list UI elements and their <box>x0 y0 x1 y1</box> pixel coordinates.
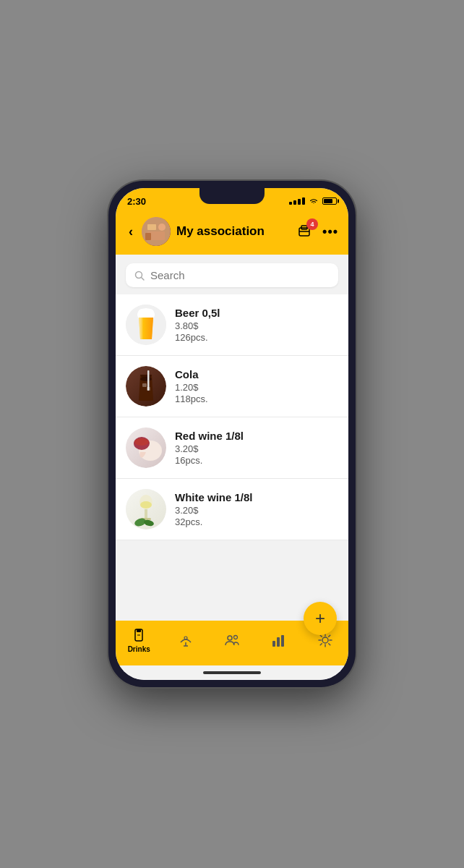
page-title: My association <box>176 224 289 239</box>
stats-icon <box>270 632 286 648</box>
item-info-cola: Cola 1.20$ 118pcs. <box>175 368 338 404</box>
item-qty: 32pcs. <box>175 516 338 527</box>
svg-rect-15 <box>142 383 147 387</box>
home-bar <box>203 671 261 674</box>
item-price: 3.20$ <box>175 505 338 516</box>
header-actions: 4 ••• <box>295 221 338 242</box>
search-icon <box>134 271 145 281</box>
svg-point-23 <box>140 501 152 509</box>
item-qty: 16pcs. <box>175 455 338 466</box>
nav-item-settings[interactable] <box>302 632 348 648</box>
svg-point-33 <box>234 636 238 639</box>
item-name: Red wine 1/8l <box>175 430 338 442</box>
nav-label-drinks: Drinks <box>128 645 150 653</box>
svg-rect-34 <box>272 641 275 647</box>
svg-line-9 <box>142 277 145 280</box>
list-item[interactable]: White wine 1/8l 3.20$ 32pcs. <box>116 479 348 540</box>
svg-point-12 <box>147 309 154 318</box>
item-image-whitewine <box>126 489 166 529</box>
item-info-redwine: Red wine 1/8l 3.20$ 16pcs. <box>175 430 338 466</box>
notifications-button[interactable]: 4 <box>295 221 315 242</box>
item-image-redwine <box>126 427 166 468</box>
item-price: 3.20$ <box>175 443 338 454</box>
svg-rect-21 <box>145 509 147 518</box>
phone-frame: 2:30 <box>108 181 356 687</box>
items-list: Beer 0,5l 3.80$ 126pcs. <box>116 294 348 621</box>
item-image-cola <box>126 366 166 407</box>
nav-item-members[interactable] <box>209 632 255 648</box>
svg-point-32 <box>228 636 232 640</box>
item-name: Beer 0,5l <box>175 307 338 319</box>
item-image-beer <box>126 305 166 345</box>
avatar <box>142 217 171 246</box>
item-info-beer: Beer 0,5l 3.80$ 126pcs. <box>175 307 338 343</box>
drinks-icon <box>131 627 147 643</box>
item-price: 3.80$ <box>175 320 338 331</box>
search-bar <box>126 263 338 287</box>
add-button[interactable]: + <box>304 602 337 635</box>
signal-icon <box>289 197 305 205</box>
svg-rect-35 <box>277 637 280 647</box>
svg-point-11 <box>138 309 145 318</box>
svg-rect-1 <box>147 224 156 230</box>
food-icon <box>178 632 194 648</box>
notification-badge: 4 <box>306 218 318 230</box>
header: ‹ My association <box>116 211 348 255</box>
phone-screen: 2:30 <box>116 188 348 680</box>
back-button[interactable]: ‹ <box>126 223 136 241</box>
item-name: Cola <box>175 368 338 380</box>
item-price: 1.20$ <box>175 382 338 393</box>
item-name: White wine 1/8l <box>175 491 338 503</box>
nav-item-stats[interactable] <box>255 632 301 648</box>
svg-rect-36 <box>281 635 284 647</box>
item-info-whitewine: White wine 1/8l 3.20$ 32pcs. <box>175 491 338 527</box>
svg-point-37 <box>322 637 328 643</box>
item-qty: 126pcs. <box>175 332 338 343</box>
avatar-image <box>142 217 171 246</box>
members-icon <box>224 632 240 648</box>
search-input[interactable] <box>150 269 330 281</box>
list-item[interactable]: Red wine 1/8l 3.20$ 16pcs. <box>116 417 348 479</box>
list-item[interactable]: Cola 1.20$ 118pcs. <box>116 356 348 417</box>
home-indicator <box>116 665 348 680</box>
search-container <box>116 255 348 294</box>
nav-item-food[interactable] <box>162 632 208 648</box>
svg-point-31 <box>184 637 187 639</box>
more-button[interactable]: ••• <box>322 224 338 239</box>
item-qty: 118pcs. <box>175 393 338 404</box>
list-item[interactable]: Beer 0,5l 3.80$ 126pcs. <box>116 294 348 356</box>
battery-icon <box>322 197 337 205</box>
wifi-icon <box>309 197 319 205</box>
svg-point-19 <box>134 438 149 446</box>
svg-rect-27 <box>137 629 141 632</box>
nav-item-drinks[interactable]: Drinks <box>116 627 162 653</box>
status-time: 2:30 <box>127 196 146 207</box>
svg-point-3 <box>158 224 166 231</box>
status-icons <box>289 197 337 205</box>
svg-rect-4 <box>145 233 151 240</box>
svg-point-13 <box>140 377 152 381</box>
notch <box>199 188 265 204</box>
svg-rect-16 <box>147 387 150 391</box>
